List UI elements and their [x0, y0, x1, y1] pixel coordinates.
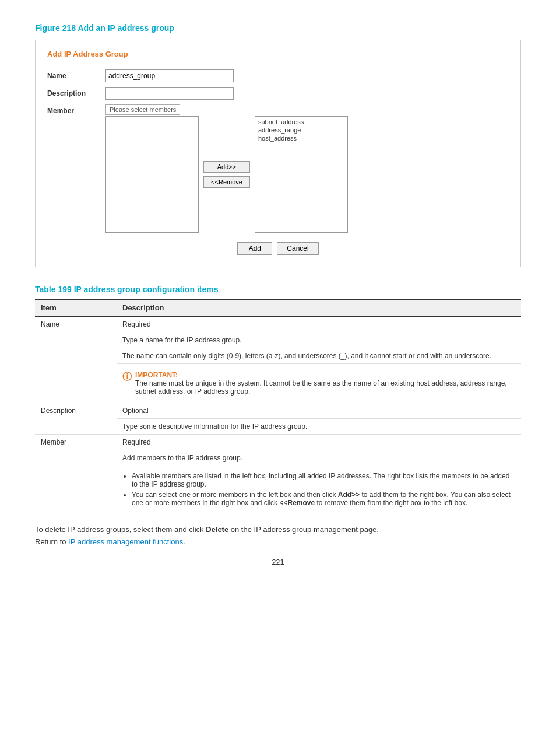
form-cancel-button[interactable]: Cancel [277, 242, 318, 255]
ip-management-link[interactable]: IP address management functions [68, 537, 183, 546]
config-table: Item Description Name Required Type a na… [35, 299, 521, 513]
description-label: Description [47, 87, 105, 97]
member-row: Member Please select members Add>> <<Rem… [47, 104, 509, 233]
important-text: The name must be unique in the system. I… [135, 379, 507, 396]
description-row: Description [47, 87, 509, 100]
name-desc-type: Type a name for the IP address group. [117, 332, 521, 348]
desc-optional: Optional [117, 403, 521, 419]
col-desc-header: Description [117, 299, 521, 316]
col-item-header: Item [35, 299, 117, 316]
desc-type: Type some descriptive information for th… [117, 419, 521, 435]
bottom-text-1: To delete IP address groups, select them… [35, 525, 521, 534]
period: . [183, 537, 185, 546]
add-button[interactable]: Add>> [203, 161, 250, 173]
form-add-button[interactable]: Add [237, 242, 272, 255]
add-ip-address-form-panel: Add IP Address Group Name Description Me… [35, 40, 521, 267]
name-desc-rules: The name can contain only digits (0-9), … [117, 348, 521, 364]
bottom-text-after: on the IP address group management page. [228, 525, 379, 534]
bottom-text-2: Return to IP address management function… [35, 537, 521, 546]
item-member-cell: Member [35, 435, 117, 513]
figure-title: Figure 218 Add an IP address group [35, 23, 521, 33]
table-title: Table 199 IP address group configuration… [35, 285, 521, 294]
member-buttons-container: Add>> <<Remove [203, 161, 250, 188]
table-header-row: Item Description [35, 299, 521, 316]
item-name-cell: Name [35, 316, 117, 403]
member-item-subnet: subnet_address [256, 118, 346, 126]
member-left-list[interactable] [105, 116, 199, 233]
member-section: Please select members Add>> <<Remove sub… [105, 104, 348, 233]
return-to-label: Return to [35, 537, 68, 546]
important-block: ⓘ IMPORTANT: The name must be unique in … [122, 371, 515, 396]
name-label: Name [47, 69, 105, 80]
name-row: Name [47, 69, 509, 82]
bullet-item-1: Available members are listed in the left… [132, 472, 515, 488]
important-content: IMPORTANT: The name must be unique in th… [135, 371, 515, 396]
name-desc-required: Required [117, 316, 521, 332]
member-bullet-available: Available members are listed in the left… [117, 466, 521, 513]
delete-bold: Delete [206, 525, 228, 534]
description-input[interactable] [105, 87, 234, 100]
name-input[interactable] [105, 69, 234, 82]
please-select-label: Please select members [105, 104, 180, 115]
member-item-range: address_range [256, 126, 346, 134]
member-right-list[interactable]: subnet_address address_range host_addres… [255, 116, 348, 233]
remove-button[interactable]: <<Remove [203, 176, 250, 188]
member-label: Member [47, 104, 105, 115]
bullet-item-2: You can select one or more members in th… [132, 491, 515, 507]
important-icon: ⓘ [122, 371, 132, 383]
form-footer: Add Cancel [47, 242, 509, 255]
bottom-text-before: To delete IP address groups, select them… [35, 525, 206, 534]
item-description-cell: Description [35, 403, 117, 435]
table-row: Description Optional [35, 403, 521, 419]
page-number: 221 [35, 558, 521, 566]
table-row: Name Required [35, 316, 521, 332]
name-desc-important: ⓘ IMPORTANT: The name must be unique in … [117, 364, 521, 403]
member-add-text: Add members to the IP address group. [117, 450, 521, 466]
member-item-host: host_address [256, 134, 346, 142]
form-panel-title: Add IP Address Group [47, 50, 509, 61]
member-bullet-list: Available members are listed in the left… [132, 472, 515, 507]
important-label: IMPORTANT: [135, 371, 178, 379]
table-row: Member Required [35, 435, 521, 450]
member-required: Required [117, 435, 521, 450]
